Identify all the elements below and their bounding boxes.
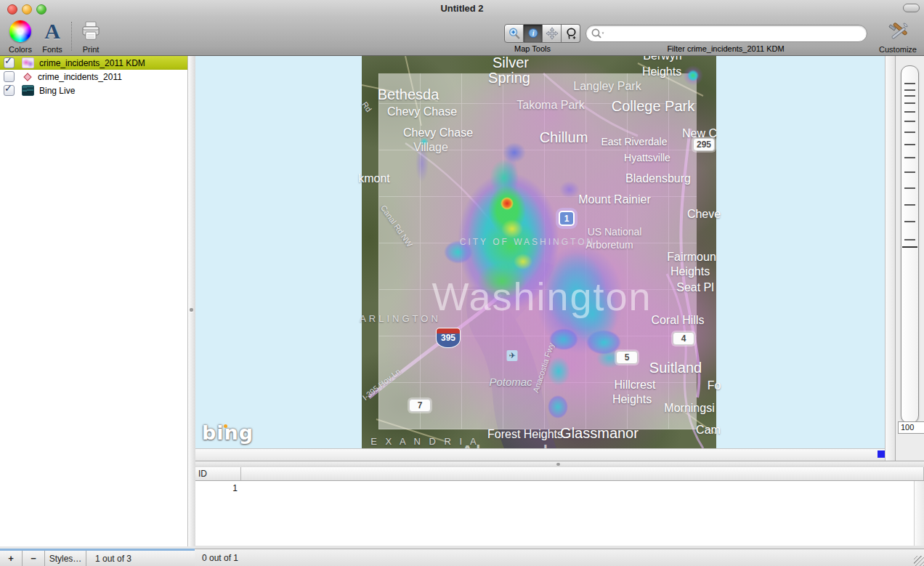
layers-footer: + − Styles… 1 out of 3 — [0, 549, 195, 566]
layer-visibility-checkbox[interactable] — [4, 57, 15, 68]
map-place-label: CITY OF WASHINGTON — [460, 237, 595, 247]
map-place-label: Cheve — [687, 208, 721, 221]
route-shield: 395 — [436, 328, 461, 348]
route-shield: 4 — [673, 332, 694, 345]
table-header: ID — [195, 467, 924, 481]
bing-logo: bing — [202, 421, 254, 444]
layer-thumbnail-icon — [22, 72, 33, 81]
slider-tick — [904, 132, 915, 133]
map-place-label: Langley Park — [573, 80, 641, 93]
toolbar-separator — [71, 22, 72, 51]
map-place-label: Silver — [493, 56, 529, 71]
slider-tick — [904, 204, 915, 206]
scale-slider[interactable] — [901, 65, 919, 424]
colors-label: Colors — [4, 45, 36, 54]
map-place-label: Glassmanor — [560, 425, 639, 442]
map-place-label: Takoma Park — [516, 99, 584, 112]
map-place-label: Heights — [642, 65, 681, 78]
resize-grip[interactable] — [914, 556, 924, 566]
slider-tick — [904, 95, 915, 97]
table-scrollbar[interactable] — [914, 481, 924, 546]
status-bar: 0 out of 1 — [195, 549, 924, 566]
colors-button[interactable]: Colors — [4, 19, 36, 54]
layer-visibility-checkbox[interactable] — [4, 85, 15, 96]
map-view[interactable]: SilverSpringBerwynHeightsLangley ParkBet… — [195, 56, 885, 448]
print-label: Print — [75, 45, 107, 54]
map-place-label: College Park — [612, 98, 695, 115]
map-horizontal-scrollbar[interactable] — [195, 448, 885, 461]
table-cell[interactable]: 1 — [195, 483, 238, 493]
window-title: Untitled 2 — [0, 3, 924, 14]
slider-position-indicator[interactable] — [902, 246, 917, 248]
remove-layer-button[interactable]: − — [23, 551, 45, 566]
splitter-handle-dot — [556, 463, 560, 466]
slider-tick — [904, 171, 915, 173]
slider-tick — [904, 144, 915, 145]
slider-tick — [904, 102, 915, 104]
search-field[interactable] — [585, 25, 867, 42]
slider-tick — [904, 121, 915, 122]
table-body[interactable]: 1 — [195, 481, 914, 546]
layer-row[interactable]: crime_incidents_2011 KDM — [0, 56, 187, 70]
customize-label: Customize — [875, 45, 920, 54]
pan-tool-button[interactable] — [543, 24, 562, 43]
fonts-button[interactable]: A Fonts — [36, 19, 68, 54]
print-button[interactable]: Print — [75, 19, 107, 54]
lasso-icon — [564, 27, 578, 40]
map-place-label: Coral Hills — [652, 314, 705, 327]
layer-visibility-checkbox[interactable] — [4, 71, 15, 82]
map-place-label: Potomac — [489, 376, 532, 388]
layer-thumbnail-icon — [22, 57, 34, 68]
route-shield: 5 — [616, 351, 638, 364]
application-window: Untitled 2 Colors A Fonts Print — [0, 0, 924, 566]
map-place-label: Washington — [431, 274, 652, 319]
search-input[interactable] — [607, 26, 867, 41]
slider-tick — [904, 89, 915, 91]
column-header[interactable]: ID — [195, 467, 241, 480]
info-icon: i — [527, 27, 540, 40]
map-tools-label: Map Tools — [485, 44, 580, 53]
route-shield: 1 — [559, 211, 575, 226]
map-place-label: US National — [588, 226, 642, 238]
zoom-tool-button[interactable] — [504, 24, 524, 43]
column-header-filler — [241, 467, 924, 480]
toolbar-toggle-pill[interactable] — [903, 4, 920, 12]
scale-slider-panel: 100 — [895, 56, 924, 461]
styles-button[interactable]: Styles… — [45, 551, 86, 566]
selection-count-label: 0 out of 1 — [202, 553, 238, 563]
printer-icon — [75, 19, 107, 44]
color-wheel-icon — [9, 20, 31, 42]
route-shield: ✈ — [507, 350, 518, 361]
map-place-label: Suitland — [649, 360, 702, 376]
splitter-handle-dot — [190, 308, 193, 312]
scale-value-field[interactable]: 100 — [898, 421, 924, 434]
map-place-label: Seat Pl — [676, 281, 714, 294]
lasso-tool-button[interactable] — [562, 24, 580, 43]
add-layer-button[interactable]: + — [0, 551, 23, 566]
layer-name: crime_incidents_2011 KDM — [39, 58, 145, 68]
route-shield: 295 — [693, 138, 715, 151]
layer-row[interactable]: Bing Live — [0, 84, 187, 97]
map-place-label: Fo — [708, 379, 721, 392]
customize-button[interactable]: Customize — [875, 19, 920, 54]
info-tool-button[interactable]: i — [524, 24, 543, 43]
fonts-icon: A — [44, 20, 60, 42]
map-place-label: Berwyn — [643, 56, 681, 62]
map-place-label: Bladensburg — [625, 172, 691, 185]
layer-row[interactable]: crime_incidents_2011 — [0, 70, 187, 84]
bing-logo-dot — [224, 424, 227, 428]
filter-scope-label: Filter crime_incidents_2011 KDM — [585, 44, 866, 53]
map-place-label: Cam — [696, 424, 721, 437]
scrollbar-thumb[interactable] — [878, 450, 885, 458]
map-place-label: Mount Rainier — [578, 193, 651, 206]
slider-tick — [904, 221, 915, 222]
map-place-label: Spring — [488, 70, 530, 86]
svg-text:i: i — [532, 29, 534, 37]
map-place-label: Chevy Chase — [387, 105, 457, 118]
magnifier-plus-icon — [508, 27, 521, 40]
map-place-label: ARLINGTON — [360, 313, 441, 324]
map-place-label: Alexandr — [459, 440, 556, 448]
layer-list: crime_incidents_2011 KDMcrime_incidents_… — [0, 56, 187, 97]
map-vertical-scrollbar[interactable] — [885, 56, 896, 461]
map-place-label: Chillum — [540, 129, 588, 146]
